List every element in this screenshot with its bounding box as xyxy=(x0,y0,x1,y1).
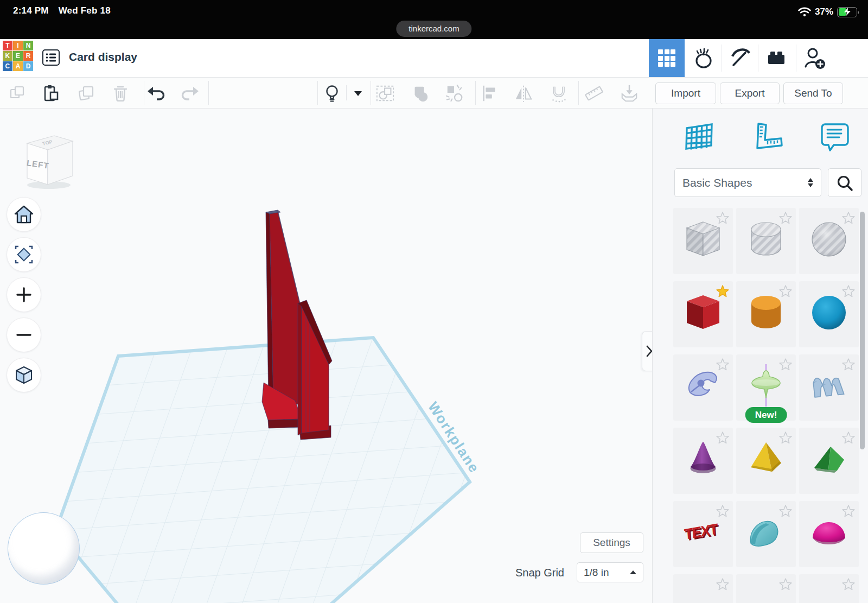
favorite-star-icon[interactable] xyxy=(716,578,729,591)
favorite-star-icon[interactable] xyxy=(716,285,729,297)
shape-tile-hole-sphere[interactable] xyxy=(799,208,859,274)
shape-tile-scribble[interactable] xyxy=(673,354,733,421)
shape-tile-roof[interactable] xyxy=(799,428,859,494)
bricks-button[interactable] xyxy=(758,39,794,77)
logo-tile: C xyxy=(3,61,12,71)
status-time: 2:14 PM xyxy=(13,5,49,16)
grid-view-icon xyxy=(658,49,675,67)
favorite-star-icon[interactable] xyxy=(842,431,855,444)
toggle-workplane-button[interactable] xyxy=(683,120,716,154)
perspective-toggle-button[interactable] xyxy=(7,358,41,392)
shape-tile-box[interactable] xyxy=(673,281,733,347)
shape-tile-sphere[interactable] xyxy=(799,281,859,347)
shape-tile-hole-cylinder[interactable] xyxy=(736,208,796,274)
shape-tile-half-sphere[interactable] xyxy=(799,501,859,567)
shape-tile-shape-17[interactable] xyxy=(736,574,796,603)
view-3d-button[interactable] xyxy=(649,39,685,77)
page-title: Card display xyxy=(69,50,137,64)
charging-bolt-icon xyxy=(844,8,851,16)
trash-icon xyxy=(111,84,130,103)
drop-to-workplane-button[interactable] xyxy=(620,84,639,103)
import-button[interactable]: Import xyxy=(655,82,716,104)
shape-tile-round-roof[interactable] xyxy=(736,501,796,567)
tinkercad-logo[interactable]: TINKERCAD xyxy=(3,41,33,71)
favorite-star-icon[interactable] xyxy=(716,505,729,517)
zoom-out-button[interactable] xyxy=(7,318,41,352)
favorite-star-icon[interactable] xyxy=(842,578,855,591)
blocks-button[interactable] xyxy=(722,39,758,77)
viewport-3d[interactable]: Workplane LEFT TOP xyxy=(0,109,652,603)
logo-tile: N xyxy=(23,41,33,50)
show-all-dropdown[interactable] xyxy=(348,84,368,103)
favorite-star-icon[interactable] xyxy=(842,285,855,297)
mirror-button[interactable] xyxy=(514,84,533,103)
copy-button[interactable] xyxy=(8,84,27,103)
home-view-button[interactable] xyxy=(7,197,41,232)
favorite-star-icon[interactable] xyxy=(842,358,855,371)
ungroup-button[interactable] xyxy=(411,84,430,103)
shape-tile-text[interactable]: TEXT TEXT xyxy=(673,501,733,567)
shape-tile-pyramid[interactable] xyxy=(736,428,796,494)
favorite-star-icon[interactable] xyxy=(716,358,729,371)
fit-view-button[interactable] xyxy=(7,237,41,272)
group-button[interactable] xyxy=(375,84,395,103)
shape-tile-shape-16[interactable] xyxy=(673,574,733,603)
battery-icon xyxy=(837,7,857,17)
status-time-date: 2:14 PMWed Feb 18 xyxy=(13,5,120,16)
ungroup-all-button[interactable] xyxy=(445,84,464,103)
duplicate-button[interactable] xyxy=(77,84,97,103)
explode-icon xyxy=(445,83,464,104)
notes-button[interactable] xyxy=(818,120,851,154)
export-button[interactable]: Export xyxy=(720,82,780,104)
shape-tile-extrusion[interactable] xyxy=(799,354,859,421)
scene-canvas[interactable]: Workplane xyxy=(0,109,652,603)
panel-scrollbar[interactable] xyxy=(860,212,865,449)
perspective-cube-icon xyxy=(14,365,34,385)
ruler-helper-button[interactable] xyxy=(752,120,784,154)
paste-button[interactable] xyxy=(41,84,60,103)
add-collaborator-button[interactable] xyxy=(796,39,832,77)
snap-grid-dropdown[interactable]: 1/8 in xyxy=(577,562,643,582)
favorite-star-icon[interactable] xyxy=(716,431,729,444)
ruler-tool-button[interactable] xyxy=(584,84,604,103)
show-all-button[interactable] xyxy=(322,84,342,103)
shape-tile-cone[interactable] xyxy=(673,428,733,494)
align-button[interactable] xyxy=(480,84,500,103)
favorite-star-icon[interactable] xyxy=(716,212,729,224)
copy-icon xyxy=(9,85,26,102)
favorite-star-icon[interactable] xyxy=(842,212,855,224)
redo-button[interactable] xyxy=(180,84,200,103)
settings-button[interactable]: Settings xyxy=(580,532,643,553)
favorite-star-icon[interactable] xyxy=(779,578,792,591)
url-pill[interactable]: tinkercad.com xyxy=(396,21,471,37)
battery-percent: 37% xyxy=(815,7,833,17)
app-header: TINKERCAD Card display xyxy=(0,39,868,78)
corner-ruler-icon xyxy=(753,122,783,153)
zoom-in-button[interactable] xyxy=(7,277,41,312)
view-cube[interactable]: LEFT TOP xyxy=(21,129,77,190)
drop-down-arrow-icon xyxy=(620,83,639,104)
align-icon xyxy=(480,83,500,104)
favorite-star-icon[interactable] xyxy=(779,285,792,297)
sim-lab-button[interactable] xyxy=(686,39,722,77)
shape-tile-hole-box[interactable] xyxy=(673,208,733,274)
snap-button[interactable] xyxy=(549,84,569,103)
orbit-joystick[interactable] xyxy=(8,512,80,585)
shape-category-dropdown[interactable]: Basic Shapes xyxy=(674,168,821,197)
shape-search-button[interactable] xyxy=(828,168,861,197)
undo-button[interactable] xyxy=(146,84,166,103)
shape-tile-shape-18[interactable] xyxy=(799,574,859,603)
favorite-star-icon[interactable] xyxy=(779,212,792,224)
shape-tile-spin-top[interactable]: New! xyxy=(736,354,796,421)
design-list-icon[interactable] xyxy=(42,49,60,66)
panel-collapse-tab[interactable] xyxy=(642,331,652,371)
mirror-icon xyxy=(514,83,533,104)
favorite-star-icon[interactable] xyxy=(842,505,855,517)
favorite-star-icon[interactable] xyxy=(779,505,792,517)
favorite-star-icon[interactable] xyxy=(779,431,792,444)
favorite-star-icon[interactable] xyxy=(779,358,792,371)
delete-button[interactable] xyxy=(111,84,130,103)
shape-tile-cylinder[interactable] xyxy=(736,281,796,347)
send-to-button[interactable]: Send To xyxy=(783,82,843,104)
logo-tile: E xyxy=(13,51,23,61)
